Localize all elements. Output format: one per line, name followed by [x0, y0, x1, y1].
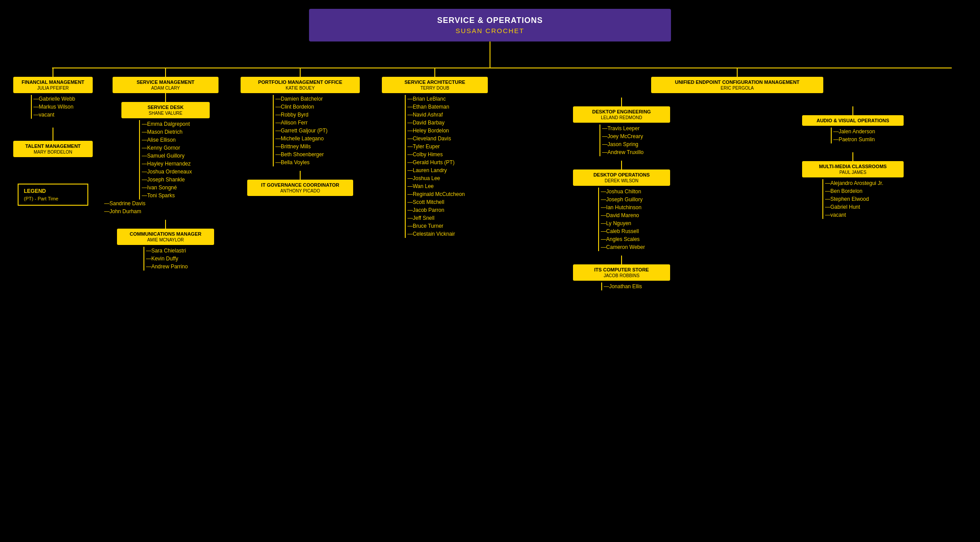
fin-name-2: Markus Wilson	[34, 103, 75, 111]
arch-name-5: Cleveland Davis	[407, 135, 465, 143]
svc-name-4: Samuel Guillory	[142, 152, 192, 160]
ep-left-sub: DESKTOP ENGINEERING LELAND REDMOND Travi…	[506, 98, 737, 290]
dops-name-7: Cameron Weber	[601, 243, 645, 251]
desktop-eng-box: DESKTOP ENGINEERING LELAND REDMOND	[573, 106, 670, 123]
desktop-eng-title: DESKTOP ENGINEERING	[577, 109, 666, 114]
dops-name-5: Caleb Russell	[601, 227, 645, 235]
port-name-6: Brittney Mills	[275, 143, 328, 151]
ep-left-vert-top	[621, 98, 622, 106]
fin-vert-top	[53, 68, 53, 77]
talent-mgmt-title: TALENT MANAGEMENT	[18, 143, 88, 149]
legend-box: LEGEND (PT) - Part Time	[18, 184, 88, 206]
port-name-1: Clint Bordelon	[275, 103, 328, 111]
svc-names-vline	[139, 120, 140, 199]
itgov-sub: ANTHONY PICADO	[252, 188, 349, 193]
portfolio-box: PORTFOLIO MANAGEMENT OFFICE KATIE BOUEY	[241, 77, 360, 93]
port-vert-top	[300, 68, 301, 77]
its-vert	[621, 256, 622, 264]
col-endpoint: UNIFIED ENDPOINT CONFIGURATION MANAGEMEN…	[503, 68, 971, 290]
av-name-1: Paetron Sumlin	[833, 136, 875, 143]
ep-sub-cols: DESKTOP ENGINEERING LELAND REDMOND Travi…	[506, 98, 969, 290]
arch-name-10: Joshua Lee	[407, 174, 465, 182]
arch-names: Brian LeBlanc Ethan Bateman Navid Ashraf…	[407, 95, 465, 238]
comms-names-block: Sara Chielastri Kevin Duffy Andrew Parri…	[143, 247, 188, 271]
mm-name-0: Alejandro Arostegui Jr.	[825, 179, 883, 187]
ep-vert-top	[737, 68, 738, 77]
financial-mgmt-title: FINANCIAL MANAGEMENT	[18, 79, 88, 85]
arch-name-6: Tyler Euper	[407, 143, 465, 151]
arch-name-11: Wan Lee	[407, 182, 465, 190]
root-connector	[9, 41, 971, 68]
de-name-1: Joey McCreary	[602, 132, 644, 140]
its-names: Jonathan Ellis	[604, 282, 642, 290]
fin-name-1: Gabrielle Webb	[34, 95, 75, 103]
av-vline	[831, 128, 832, 143]
av-names-block: Jalen Anderson Paetron Sumlin	[831, 128, 875, 143]
arch-name-17: Celestain Vicknair	[407, 230, 465, 238]
port-name-4: Garrett Galjour (PT)	[275, 127, 328, 135]
itgov-vert	[300, 171, 301, 180]
comms-vert	[165, 220, 166, 229]
fin-names-vline	[31, 95, 32, 119]
svc-name-9: Toni Sparks	[142, 192, 192, 199]
av-vert	[852, 106, 853, 115]
portfolio-title: PORTFOLIO MANAGEMENT OFFICE	[245, 79, 355, 85]
audio-visual-box: AUDIO & VISUAL OPERATIONS	[802, 115, 904, 126]
arch-name-13: Scott Mitchell	[407, 198, 465, 206]
svc-name-3: Kenny Gornor	[142, 144, 192, 152]
arch-name-12: Reginald McCutcheon	[407, 190, 465, 198]
ep-right-sub: AUDIO & VISUAL OPERATIONS Jalen Anderson…	[737, 98, 969, 219]
svc-name-2: Alise Ellison	[142, 136, 192, 144]
av-title: AUDIO & VISUAL OPERATIONS	[807, 118, 899, 123]
multimedia-box: MULTI-MEDIA CLASSROOMS PAUL JAMES	[802, 161, 904, 177]
arch-name-8: Gerald Hurts (PT)	[407, 158, 465, 166]
de-name-0: Travis Leeper	[602, 124, 644, 132]
svc-name-6: Joshua Ordeneaux	[142, 168, 192, 176]
arch-name-7: Colby Himes	[407, 151, 465, 158]
desktop-eng-names-block: Travis Leeper Joey McCreary Jason Spring…	[599, 124, 644, 156]
port-names: Damien Batchelor Clint Bordelon Robby By…	[275, 95, 328, 166]
itgov-title: IT GOVERNANCE COORDINATOR	[252, 182, 349, 188]
de-name-3: Andrew Truxillo	[602, 148, 644, 156]
do-vert	[621, 161, 622, 169]
org-chart: SERVICE & OPERATIONS SUSAN CROCHET FINAN…	[9, 9, 971, 290]
port-names-block: Damien Batchelor Clint Bordelon Robby By…	[273, 95, 328, 166]
comms-name-2: Andrew Parrino	[146, 263, 188, 271]
portfolio-sub: KATIE BOUEY	[245, 86, 355, 90]
endpoint-title: UNIFIED ENDPOINT CONFIGURATION MANAGEMEN…	[656, 79, 819, 85]
mm-vert	[852, 152, 853, 161]
financial-mgmt-box: FINANCIAL MANAGEMENT JULIA PFEIFER	[13, 77, 93, 93]
arch-vline	[405, 95, 406, 238]
svc-names2: Sandrine Davis John Durham	[100, 199, 145, 215]
service-desk-sub: SHANE VALURE	[126, 111, 205, 116]
endpoint-sub: ERIC PERGOLA	[656, 86, 819, 90]
comms-mgr-box: COMMUNICATIONS MANAGER AMIE MCNAYLOR	[117, 229, 214, 245]
desktop-ops-sub: DEREK WILSON	[577, 178, 666, 183]
arch-names-block: Brian LeBlanc Ethan Bateman Navid Ashraf…	[405, 95, 465, 238]
de-names: Travis Leeper Joey McCreary Jason Spring…	[602, 124, 644, 156]
comms-name-1: Kevin Duffy	[146, 255, 188, 263]
comms-vline	[143, 247, 144, 271]
talent-mgmt-sub: MARY BORDELON	[18, 150, 88, 154]
svc-names-list: Emma Dalgrepont Mason Dietrich Alise Ell…	[142, 120, 192, 199]
mm-name-3: Gabriel Hunt	[825, 203, 883, 211]
fin-names-block: Gabrielle Webb Markus Wilson vacant	[31, 95, 75, 119]
port-name-5: Michelle Lategano	[275, 135, 328, 143]
dops-name-2: Ian Hutchinson	[601, 203, 645, 211]
endpoint-box: UNIFIED ENDPOINT CONFIGURATION MANAGEMEN…	[651, 77, 823, 93]
comms-mgr-sub: AMIE MCNAYLOR	[121, 237, 210, 242]
root-title: SERVICE & OPERATIONS	[323, 16, 657, 25]
svc-vert-top	[165, 68, 166, 77]
its-store-box: ITS COMPUTER STORE JACOB ROBBINS	[573, 264, 670, 281]
svc-name-11: John Durham	[104, 207, 145, 215]
dops-name-6: Angles Scales	[601, 235, 645, 243]
arch-name-9: Lauren Landry	[407, 166, 465, 174]
av-names: Jalen Anderson Paetron Sumlin	[833, 128, 875, 143]
arch-name-3: David Barbay	[407, 119, 465, 127]
arch-name-4: Heley Bordelon	[407, 127, 465, 135]
dops-name-0: Joshua Chilton	[601, 188, 645, 196]
service-mgmt-sub: ADAM CLARY	[117, 86, 214, 90]
svc-desk-names: Emma Dalgrepont Mason Dietrich Alise Ell…	[139, 120, 192, 199]
dops-name-3: David Mareno	[601, 211, 645, 219]
dops-vline	[598, 188, 599, 251]
